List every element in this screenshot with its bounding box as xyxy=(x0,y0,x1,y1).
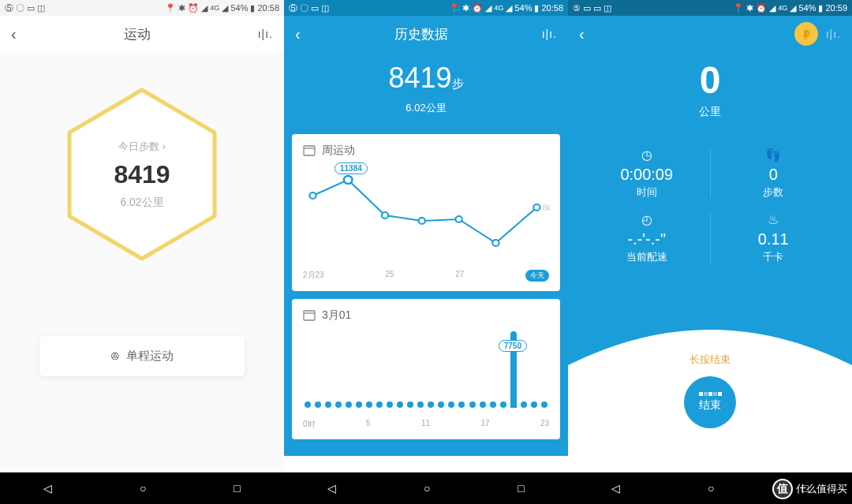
steps-value: 0 xyxy=(711,166,837,184)
stats-icon[interactable]: ı|ı. xyxy=(542,28,557,40)
week-title: 周运动 xyxy=(322,144,355,158)
nav-back-icon[interactable]: ◁ xyxy=(327,482,336,495)
flame-icon: ♨ xyxy=(711,212,837,227)
page-title: 历史数据 xyxy=(394,25,448,43)
axis-ref: 8k xyxy=(542,203,551,212)
calendar-icon xyxy=(303,144,316,157)
svg-point-7 xyxy=(455,216,462,222)
back-icon[interactable]: ‹ xyxy=(11,25,17,43)
calorie-label: 千卡 xyxy=(711,250,837,264)
steps-hexagon[interactable]: 今日步数 › 8419 6.02公里 xyxy=(63,84,221,265)
main-content: 今日步数 › 8419 6.02公里 ꔮ 单程运动 xyxy=(0,52,284,472)
nav-recent-icon[interactable]: □ xyxy=(234,482,240,495)
distance-value: 6.02公里 xyxy=(120,196,163,210)
total-distance: 6.02公里 xyxy=(284,101,568,115)
nav-back-icon[interactable]: ◁ xyxy=(611,482,620,495)
watermark-text: 什么值得买 xyxy=(796,482,847,496)
nav-home-icon[interactable]: ○ xyxy=(424,482,430,495)
finish-flag-icon xyxy=(699,392,722,396)
nav-recent-icon[interactable]: □ xyxy=(518,482,524,495)
page-title: 运动 xyxy=(124,25,151,43)
svg-point-3 xyxy=(309,192,316,199)
stats-grid: ◷ 0:00:09 时间 👣 0 步数 ◴ -.-'-.-" 当前配速 ♨ xyxy=(568,141,852,271)
steps-value: 8419 xyxy=(114,160,170,189)
time-value: 0:00:09 xyxy=(584,166,710,184)
speedometer-icon: ◴ xyxy=(584,212,710,227)
today-pill[interactable]: 今天 xyxy=(525,270,549,282)
day-chart: 7750 xyxy=(303,329,549,416)
steps-cell: 👣 0 步数 xyxy=(711,141,837,206)
hour-xaxis: 0时 5 11 17 23 xyxy=(303,416,549,433)
steps-unit: 步 xyxy=(452,77,464,90)
single-run-label: 单程运动 xyxy=(126,349,174,364)
svg-rect-1 xyxy=(304,146,315,155)
svg-point-8 xyxy=(492,240,499,246)
summary-panel: 8419步 6.02公里 xyxy=(284,52,568,134)
week-card[interactable]: 周运动 11384 8k 2月23 25 27 xyxy=(292,134,560,291)
svg-point-4 xyxy=(344,176,352,184)
pace-cell: ◴ -.-'-.-" 当前配速 xyxy=(584,206,710,271)
distance-value: 0 xyxy=(568,58,852,102)
header: ‹ 运动 ı|ı. xyxy=(0,16,284,52)
day-title: 3月01 xyxy=(322,308,351,323)
screen-activity: ⑤ 〇 ▭ ◫ 📍 ✱ ⏰ ◢ 4G◢ 54% ▮ 20:58 ‹ 运动 ı|ı… xyxy=(0,0,284,504)
nav-back-icon[interactable]: ◁ xyxy=(43,482,52,495)
header: ‹ 历史数据 ı|ı. xyxy=(284,16,568,52)
svg-point-6 xyxy=(419,218,425,224)
avatar[interactable]: 👂 xyxy=(794,22,818,46)
peak-badge: 7750 xyxy=(499,340,527,352)
screen-run: ⑤ ▭ ▭ ◫ 📍 ✱ ⏰ ◢ 4G◢ 54% ▮ 20:59 ‹ 👂 ı|ı.… xyxy=(568,0,852,504)
calendar-icon xyxy=(303,309,316,322)
week-chart: 11384 8k xyxy=(303,164,549,267)
runner-icon: ꔮ xyxy=(110,349,120,364)
single-run-button[interactable]: ꔮ 单程运动 xyxy=(39,336,245,376)
svg-point-5 xyxy=(382,212,388,218)
distance-unit: 公里 xyxy=(568,105,852,119)
nav-home-icon[interactable]: ○ xyxy=(140,482,146,495)
time-cell: ◷ 0:00:09 时间 xyxy=(584,141,710,206)
android-navbar: ◁ ○ □ xyxy=(0,472,284,504)
day-card[interactable]: 3月01 7750 0时 5 11 17 23 xyxy=(292,299,560,439)
status-bar: ⑤ 〇 ▭ ◫ 📍 ✱ ⏰ ◢ 4G◢ 54% ▮ 20:58 xyxy=(0,0,284,16)
back-icon[interactable]: ‹ xyxy=(579,25,585,43)
steps-icon: 👣 xyxy=(711,147,837,162)
time-label: 时间 xyxy=(584,185,710,200)
stats-icon[interactable]: ı|ı. xyxy=(258,28,273,40)
stats-icon[interactable]: ı|ı. xyxy=(826,28,841,40)
watermark: 值 什么值得买 xyxy=(772,479,847,499)
end-button-label: 结束 xyxy=(699,398,721,413)
svg-rect-10 xyxy=(304,311,315,320)
watermark-icon: 值 xyxy=(772,479,793,499)
steps-label: 今日步数 › xyxy=(118,140,166,154)
back-icon[interactable]: ‹ xyxy=(295,25,301,43)
nav-home-icon[interactable]: ○ xyxy=(708,482,714,495)
svg-point-9 xyxy=(533,204,540,211)
pace-value: -.-'-.-" xyxy=(584,230,710,248)
status-bar: ⑤ 〇 ▭ ◫ 📍 ✱ ⏰ ◢ 4G◢ 54% ▮ 20:58 xyxy=(284,0,568,16)
week-xaxis: 2月23 25 27 今天 xyxy=(303,267,549,285)
calorie-value: 0.11 xyxy=(711,230,837,248)
charts-body: 周运动 11384 8k 2月23 25 27 xyxy=(284,134,568,456)
pace-label: 当前配速 xyxy=(584,250,710,264)
screen-history: ⑤ 〇 ▭ ◫ 📍 ✱ ⏰ ◢ 4G◢ 54% ▮ 20:58 ‹ 历史数据 ı… xyxy=(284,0,568,504)
run-panel: ‹ 👂 ı|ı. 0 公里 ◷ 0:00:09 时间 👣 0 步数 xyxy=(568,16,852,468)
clock-icon: ◷ xyxy=(584,147,710,162)
status-bar: ⑤ ▭ ▭ ◫ 📍 ✱ ⏰ ◢ 4G◢ 54% ▮ 20:59 xyxy=(568,0,852,16)
android-navbar: ◁ ○ □ xyxy=(284,472,568,504)
end-button[interactable]: 结束 xyxy=(684,376,736,428)
steps-label: 步数 xyxy=(711,185,837,200)
total-steps: 8419 xyxy=(388,62,451,94)
end-hint: 长按结束 xyxy=(568,353,852,367)
peak-badge: 11384 xyxy=(334,162,368,174)
calorie-cell: ♨ 0.11 千卡 xyxy=(711,206,837,271)
